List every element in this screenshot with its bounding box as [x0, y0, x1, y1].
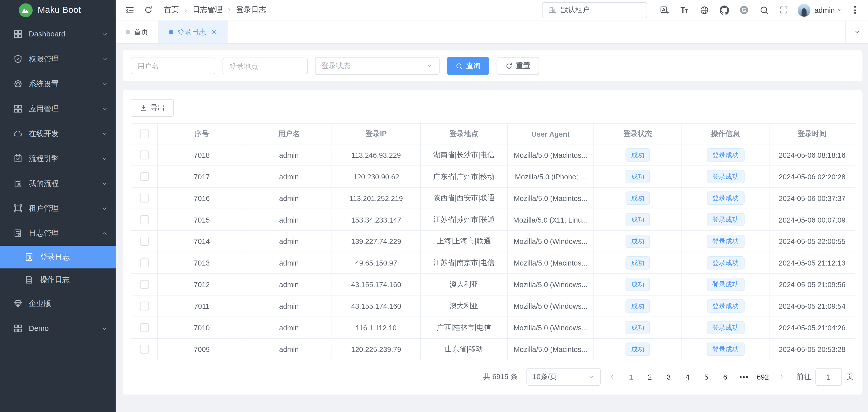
language-button[interactable]: [696, 2, 712, 18]
goto-unit-label: 页: [846, 372, 854, 382]
table-row: 7014 admin 139.227.74.229 上海|上海市|联通 Mozi…: [131, 230, 855, 252]
status-badge: 成功: [625, 343, 650, 356]
export-button[interactable]: 导出: [131, 99, 174, 117]
cell-time: 2024-05-06 08:18:16: [769, 144, 855, 166]
prev-page-button[interactable]: [605, 369, 619, 385]
row-checkbox[interactable]: [140, 194, 149, 203]
app-logo[interactable]: Maku Boot: [0, 0, 116, 20]
refresh-button[interactable]: [142, 3, 155, 17]
chevron-down-icon: [101, 205, 108, 212]
translate-button[interactable]: [656, 2, 673, 18]
row-checkbox[interactable]: [140, 258, 149, 267]
cell-username: admin: [246, 295, 332, 317]
close-icon[interactable]: [211, 29, 217, 35]
tab-label: 首页: [134, 27, 148, 37]
tabs-dropdown-button[interactable]: [845, 21, 868, 43]
sidebar-item-system-settings[interactable]: 系统设置: [0, 71, 116, 96]
cell-id: 7016: [158, 187, 246, 209]
operation-badge: 登录成功: [707, 256, 744, 270]
cell-location: 澳大利亚: [421, 274, 507, 295]
column-header-location: 登录地点: [421, 124, 507, 144]
row-checkbox[interactable]: [140, 151, 149, 160]
cell-ip: 43.155.174.160: [332, 274, 421, 295]
user-avatar[interactable]: [798, 3, 811, 16]
cell-user-agent: Mozilla/5.0 (Windows...: [507, 274, 594, 295]
sidebar-item-app-management[interactable]: 应用管理: [0, 96, 116, 121]
sidebar-item-tenant-management[interactable]: 租户管理: [0, 196, 116, 221]
sidebar-item-workflow-engine[interactable]: 流程引擎: [0, 146, 116, 171]
username: admin: [814, 6, 835, 14]
page-number-5[interactable]: 5: [699, 369, 713, 385]
reset-button[interactable]: 重置: [497, 57, 539, 74]
cell-username: admin: [246, 187, 332, 209]
page-number-4[interactable]: 4: [680, 369, 694, 385]
maku-logo-icon: [19, 3, 33, 17]
search-button-label: 查询: [466, 61, 480, 71]
more-pages-button[interactable]: •••: [737, 369, 751, 385]
row-checkbox[interactable]: [140, 345, 149, 354]
status-select[interactable]: 登录状态: [315, 57, 439, 74]
page-number-6[interactable]: 6: [718, 369, 732, 385]
tenant-select[interactable]: 默认租户: [542, 2, 647, 18]
sidebar-item-label: 我的流程: [29, 178, 95, 188]
operation-badge: 登录成功: [707, 148, 744, 162]
operation-badge: 登录成功: [707, 170, 744, 183]
breadcrumb-log-management[interactable]: 日志管理: [193, 5, 223, 15]
cell-ip: 116.1.112.10: [332, 317, 421, 339]
tab-login-log[interactable]: 登录日志: [159, 21, 227, 43]
row-checkbox[interactable]: [140, 302, 149, 311]
status-badge: 成功: [625, 213, 650, 226]
sidebar-item-dashboard[interactable]: Dashboard: [0, 22, 116, 46]
username-input[interactable]: [131, 58, 215, 74]
page-size-select[interactable]: 10条/页: [526, 368, 600, 386]
sidebar-item-login-log[interactable]: 登录日志: [0, 246, 116, 268]
sidebar-item-enterprise[interactable]: 企业版: [0, 291, 116, 316]
kebab-menu-button[interactable]: [849, 6, 860, 14]
search-button[interactable]: [756, 2, 772, 18]
chevron-down-icon: [588, 374, 594, 380]
gitee-button[interactable]: [736, 2, 752, 18]
select-all-checkbox[interactable]: [140, 130, 149, 138]
font-size-button[interactable]: TT: [676, 2, 692, 18]
cell-id: 7011: [158, 295, 246, 317]
next-page-button[interactable]: [775, 369, 789, 385]
location-input[interactable]: [223, 58, 308, 74]
sidebar-item-log-management[interactable]: 日志管理: [0, 221, 116, 246]
chevron-down-icon: [101, 56, 108, 62]
user-menu[interactable]: admin: [814, 6, 843, 14]
document-icon: [24, 275, 34, 284]
row-checkbox[interactable]: [140, 216, 149, 224]
cell-id: 7017: [158, 166, 246, 187]
row-checkbox[interactable]: [140, 237, 149, 246]
sidebar-item-label: Demo: [29, 324, 95, 332]
page-number-3[interactable]: 3: [661, 369, 676, 385]
sidebar-item-operation-log[interactable]: 操作日志: [0, 268, 116, 291]
sidebar-item-demo[interactable]: Demo: [0, 316, 116, 341]
breadcrumb-home[interactable]: 首页: [164, 5, 179, 15]
github-button[interactable]: [716, 2, 733, 18]
sidebar-item-my-workflow[interactable]: 我的流程: [0, 171, 116, 196]
cell-username: admin: [246, 230, 332, 252]
cell-id: 7015: [158, 209, 246, 231]
row-checkbox[interactable]: [140, 280, 149, 289]
page-number-last[interactable]: 692: [756, 369, 770, 385]
status-badge: 成功: [625, 235, 650, 248]
export-button-label: 导出: [151, 103, 165, 113]
fullscreen-button[interactable]: [776, 2, 793, 18]
chevron-down-icon: [101, 180, 108, 187]
collapse-sidebar-button[interactable]: [123, 3, 136, 17]
sidebar-item-permissions[interactable]: 权限管理: [0, 46, 116, 71]
page-number-1[interactable]: 1: [624, 369, 638, 385]
column-header-user-agent: User Agent: [507, 124, 594, 144]
tab-home[interactable]: 首页: [116, 21, 159, 43]
page-number-2[interactable]: 2: [643, 369, 657, 385]
cell-user-agent: Mozilla/5.0 (Windows...: [507, 317, 594, 339]
sidebar-item-online-dev[interactable]: 在线开发: [0, 121, 116, 146]
cell-id: 7018: [158, 144, 246, 166]
search-button[interactable]: 查询: [447, 57, 490, 74]
row-checkbox[interactable]: [140, 323, 149, 332]
tab-label: 登录日志: [177, 27, 206, 37]
row-checkbox[interactable]: [140, 172, 149, 181]
goto-page-input[interactable]: [815, 368, 842, 386]
chevron-down-icon: [101, 81, 108, 87]
